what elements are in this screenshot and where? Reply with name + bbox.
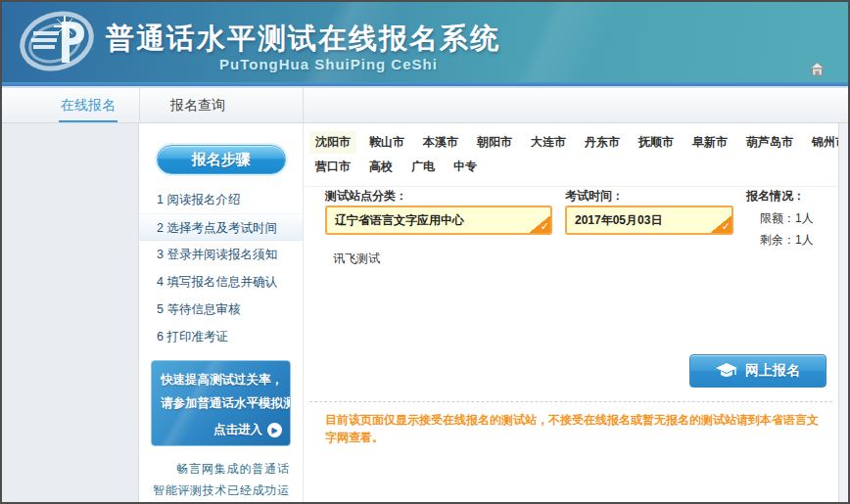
graduation-cap-icon — [716, 363, 737, 379]
site-selected-option[interactable]: 辽宁省语言文字应用中心 ✓ — [325, 206, 552, 235]
play-icon: ▶ — [267, 423, 282, 437]
online-register-button[interactable]: 网上报名 — [689, 354, 826, 388]
city-tab-guangdian[interactable]: 广电 — [405, 156, 441, 178]
content-area: 报名步骤 1 阅读报名介绍 2 选择考点及考试时间 3 登录并阅读报名须知 4 … — [2, 123, 848, 502]
dashed-separator — [309, 401, 832, 402]
site-selected-text: 辽宁省语言文字应用中心 — [335, 213, 464, 227]
city-tab-shenyang[interactable]: 沈阳市 — [309, 131, 356, 154]
main-nav: 在线报名 报名查询 — [2, 88, 848, 123]
exam-time-label: 考试时间： — [565, 188, 624, 205]
register-button-label: 网上报名 — [745, 362, 800, 380]
site-category-label: 测试站点分类： — [325, 188, 407, 205]
promo-enter-link[interactable]: 点击进入 ▶ — [213, 422, 282, 438]
steps-list: 1 阅读报名介绍 2 选择考点及考试时间 3 登录并阅读报名须知 4 填写报名信… — [139, 186, 303, 350]
page-notice-text: 目前该页面仅显示接受在线报名的测试站，不接受在线报名或暂无报名的测试站请到本省语… — [325, 411, 828, 446]
step-item-3[interactable]: 3 登录并阅读报名须知 — [139, 241, 303, 268]
registration-status-label: 报名情况： — [746, 188, 805, 205]
city-tab-jinzhou[interactable]: 锦州市 — [806, 131, 838, 154]
promo-line-1: 快速提高测试过关率， — [161, 368, 281, 391]
quota-value: 限额：1人 — [760, 210, 814, 227]
mock-test-promo-banner[interactable]: 快速提高测试过关率， 请参加普通话水平模拟测试 点击进入 ▶ — [151, 360, 291, 446]
city-tab-gaoxiao[interactable]: 高校 — [363, 156, 399, 178]
page-title: 普通话水平测试在线报名系统 — [106, 20, 500, 59]
tab-online-registration[interactable]: 在线报名 — [61, 88, 116, 122]
city-tab-fuxin[interactable]: 阜新市 — [686, 131, 733, 154]
nav-separator — [139, 88, 140, 122]
city-tab-huludao[interactable]: 葫芦岛市 — [740, 131, 799, 154]
steps-title-button[interactable]: 报名步骤 — [157, 145, 286, 174]
page-subtitle: PuTongHua ShuiPing CeShi — [219, 56, 438, 72]
city-tab-yingkou[interactable]: 营口市 — [309, 156, 356, 178]
city-tab-benxi[interactable]: 本溪市 — [417, 131, 464, 154]
tab-registration-query[interactable]: 报名查询 — [170, 88, 225, 122]
home-icon[interactable] — [810, 63, 825, 76]
city-tab-dandong[interactable]: 丹东市 — [579, 131, 626, 154]
check-icon: ✓ — [541, 213, 549, 235]
nav-separator — [303, 88, 304, 122]
step-item-6[interactable]: 6 打印准考证 — [139, 323, 303, 350]
site-alt-option[interactable]: 讯飞测试 — [333, 251, 380, 267]
remaining-value: 剩余：1人 — [760, 232, 814, 249]
left-gutter — [2, 123, 139, 502]
app-window: 普通话水平测试在线报名系统 PuTongHua ShuiPing CeShi 在… — [0, 0, 850, 504]
city-tabs-row-1: 沈阳市 鞍山市 本溪市 朝阳市 大连市 丹东市 抚顺市 阜新市 葫芦岛市 锦州市… — [309, 131, 832, 154]
city-tab-dalian[interactable]: 大连市 — [525, 131, 572, 154]
selected-corner-badge: ✓ — [710, 215, 732, 233]
selected-corner-badge: ✓ — [529, 215, 550, 233]
promo-cta-label: 点击进入 — [213, 422, 262, 438]
promo-line-2: 请参加普通话水平模拟测试 — [161, 391, 281, 415]
step-item-2-active[interactable]: 2 选择考点及考试时间 — [139, 213, 303, 241]
step-item-1[interactable]: 1 阅读报名介绍 — [139, 186, 303, 213]
app-header: 普通话水平测试在线报名系统 PuTongHua ShuiPing CeShi — [2, 2, 848, 82]
step-item-4[interactable]: 4 填写报名信息并确认 — [139, 268, 303, 296]
sidebar-intro-text: 畅言网集成的普通话智能评测技术已经成功运用于上海、安徽等多个省市的普通话水平 — [153, 458, 289, 502]
city-tab-fushun[interactable]: 抚顺市 — [633, 131, 680, 154]
city-tab-chaoyang[interactable]: 朝阳市 — [471, 131, 518, 154]
city-tabs-row-2: 营口市 高校 广电 中专 — [309, 156, 832, 178]
check-icon: ✓ — [722, 213, 731, 235]
exam-time-text: 2017年05月03日 — [575, 213, 662, 227]
city-tab-zhongzhuan[interactable]: 中专 — [448, 156, 483, 178]
right-gutter — [838, 123, 848, 502]
main-panel: 沈阳市 鞍山市 本溪市 朝阳市 大连市 丹东市 抚顺市 阜新市 葫芦岛市 锦州市… — [303, 123, 838, 502]
sidebar: 报名步骤 1 阅读报名介绍 2 选择考点及考试时间 3 登录并阅读报名须知 4 … — [139, 123, 303, 502]
app-logo — [8, 4, 106, 80]
step-item-5[interactable]: 5 等待信息审核 — [139, 296, 303, 323]
city-tabs: 沈阳市 鞍山市 本溪市 朝阳市 大连市 丹东市 抚顺市 阜新市 葫芦岛市 锦州市… — [304, 123, 838, 187]
exam-time-selected-option[interactable]: 2017年05月03日 ✓ — [565, 206, 733, 235]
city-tab-anshan[interactable]: 鞍山市 — [363, 131, 410, 154]
